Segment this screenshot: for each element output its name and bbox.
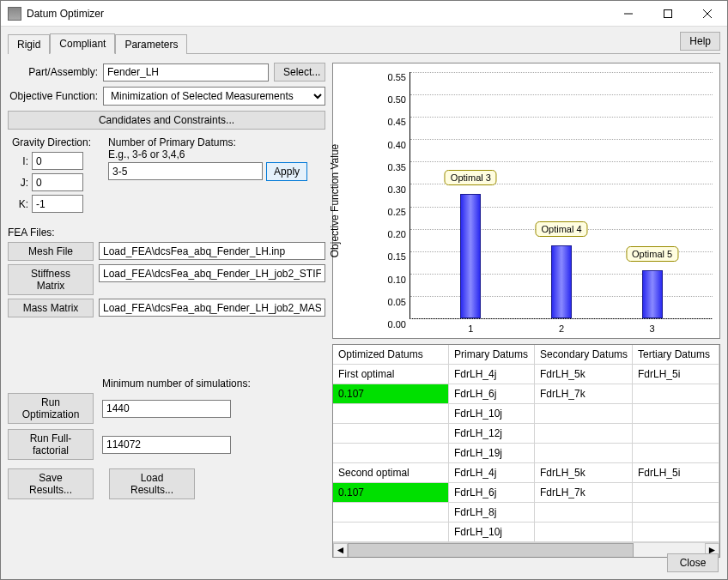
sim-label: Minimum number of simulations: [102, 378, 325, 390]
i-input[interactable] [32, 152, 83, 170]
run-optimization-button[interactable]: Run Optimization [8, 393, 94, 424]
table-cell [535, 444, 633, 463]
ytick-label: 0.25 [380, 207, 406, 217]
primary-label: Number of Primary Datums: [108, 136, 307, 148]
left-pane: Part/Assembly: Select... Objective Funct… [8, 63, 325, 558]
table-cell: First optimal [333, 365, 449, 384]
table-row[interactable]: FdrLH_12j [333, 424, 719, 444]
horizontal-scrollbar[interactable]: ◄ ► [333, 542, 719, 557]
table-row[interactable]: First optimalFdrLH_4jFdrLH_5kFdrLH_5i [333, 365, 719, 384]
apply-button[interactable]: Apply [266, 162, 307, 181]
table-row[interactable]: 0.107FdrLH_6jFdrLH_7k [333, 384, 719, 404]
run-fullfactorial-input[interactable] [102, 436, 231, 454]
window-title: Datum Optimizer [27, 8, 609, 20]
table-cell [633, 523, 719, 542]
table-cell [333, 523, 449, 542]
ytick-label: 0.00 [380, 319, 406, 329]
candidates-button[interactable]: Candidates and Constraints... [8, 111, 325, 130]
table-row[interactable]: Second optimalFdrLH_4jFdrLH_5kFdrLH_5i [333, 463, 719, 483]
objective-label: Objective Function: [8, 90, 98, 102]
objective-select[interactable]: Minimization of Selected Measurements [103, 87, 325, 106]
titlebar[interactable]: Datum Optimizer [1, 1, 727, 27]
table-body[interactable]: First optimalFdrLH_4jFdrLH_5kFdrLH_5i0.1… [333, 365, 719, 542]
ytick-label: 0.05 [380, 297, 406, 307]
k-input[interactable] [32, 195, 83, 213]
table-cell [633, 384, 719, 404]
bar-2 [551, 245, 572, 318]
mass-button[interactable]: Mass Matrix [8, 299, 94, 317]
tab-rigid[interactable]: Rigid [8, 34, 50, 54]
table-cell: FdrLH_4j [449, 365, 535, 384]
ytick-label: 0.20 [380, 229, 406, 239]
chart: Objective Function Value 1Optimal 32Opti… [332, 63, 720, 339]
j-label: J: [8, 177, 28, 189]
mass-input[interactable] [99, 299, 325, 317]
table-cell [633, 483, 719, 503]
load-results-button[interactable]: Load Results... [109, 468, 195, 499]
xtick-label: 1 [468, 323, 473, 334]
gravity-label: Gravity Direction: [12, 136, 91, 148]
table-cell [333, 404, 449, 424]
app-window: Datum Optimizer Help RigidCompliantParam… [0, 0, 728, 580]
table-cell [535, 523, 633, 542]
table-cell [633, 424, 719, 444]
ytick-label: 0.30 [380, 184, 406, 195]
table-row[interactable]: FdrLH_10j [333, 523, 719, 542]
xtick-label: 3 [650, 323, 655, 334]
table-row[interactable]: FdrLH_19j [333, 444, 719, 463]
minimize-button[interactable] [609, 1, 648, 27]
table-cell: FdrLH_10j [449, 523, 535, 542]
table-cell: FdrLH_7k [535, 384, 633, 404]
table-cell: FdrLH_19j [449, 444, 535, 463]
table-cell [633, 404, 719, 424]
close-button[interactable]: Close [667, 553, 719, 572]
table-cell: FdrLH_12j [449, 424, 535, 444]
table-cell: 0.107 [333, 384, 449, 404]
select-button[interactable]: Select... [274, 63, 325, 82]
i-label: I: [8, 155, 28, 167]
ytick-label: 0.35 [380, 162, 406, 172]
mesh-file-input[interactable] [99, 242, 325, 260]
ytick-label: 0.55 [380, 72, 406, 82]
svg-rect-1 [664, 9, 672, 17]
ytick-label: 0.50 [380, 94, 406, 105]
table-cell: FdrLH_7k [535, 483, 633, 503]
table-cell [333, 503, 449, 523]
fea-label: FEA Files: [8, 227, 325, 239]
callout-2: Optimal 4 [535, 221, 587, 237]
stiffness-button[interactable]: Stiffness Matrix [8, 264, 94, 295]
stiffness-input[interactable] [99, 264, 325, 282]
scroll-left-icon[interactable]: ◄ [333, 543, 348, 558]
maximize-button[interactable] [648, 1, 688, 27]
table-row[interactable]: FdrLH_10j [333, 404, 719, 424]
run-optimization-input[interactable] [102, 400, 231, 418]
k-label: K: [8, 198, 28, 210]
table-cell [333, 444, 449, 463]
table-cell: FdrLH_4j [449, 463, 535, 483]
tab-compliant[interactable]: Compliant [50, 33, 115, 54]
bar-3 [642, 270, 663, 318]
part-input[interactable] [103, 63, 269, 82]
table-cell: FdrLH_5i [633, 463, 719, 483]
primary-input[interactable] [108, 162, 263, 180]
column-header[interactable]: Primary Datums [449, 345, 535, 365]
ytick-label: 0.10 [380, 275, 406, 285]
mesh-file-button[interactable]: Mesh File [8, 242, 94, 261]
table-row[interactable]: 0.107FdrLH_6jFdrLH_7k [333, 483, 719, 503]
callout-3: Optimal 5 [626, 246, 678, 262]
table-row[interactable]: FdrLH_8j [333, 503, 719, 523]
column-header[interactable]: Optimized Datums [333, 345, 449, 365]
ytick-label: 0.40 [380, 140, 406, 150]
save-results-button[interactable]: Save Results... [8, 468, 94, 499]
run-fullfactorial-button[interactable]: Run Full-factorial [8, 429, 94, 460]
column-header[interactable]: Tertiary Datums [633, 345, 719, 365]
tab-bar: RigidCompliantParameters [8, 33, 720, 54]
column-header[interactable]: Secondary Datums [535, 345, 633, 365]
help-button[interactable]: Help [680, 32, 720, 51]
primary-hint: E.g., 3-6 or 3,4,6 [108, 148, 307, 160]
table-cell [535, 503, 633, 523]
table-cell: FdrLH_6j [449, 384, 535, 404]
tab-parameters[interactable]: Parameters [115, 34, 187, 54]
close-window-button[interactable] [688, 1, 727, 27]
j-input[interactable] [32, 173, 83, 191]
